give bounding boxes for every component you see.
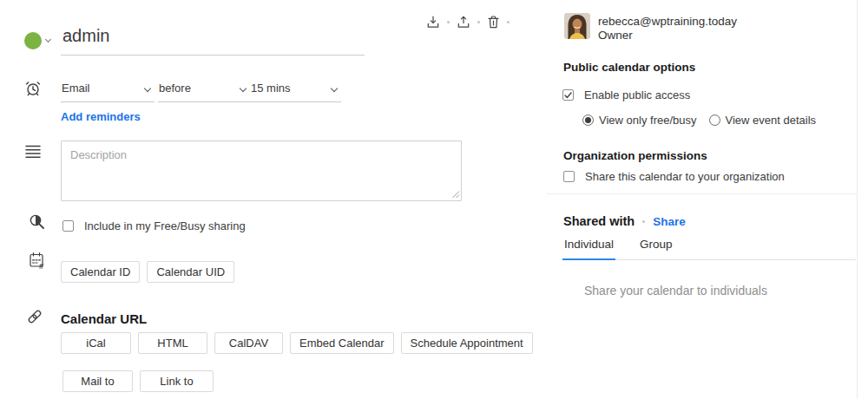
html-button[interactable]: HTML — [138, 332, 207, 354]
calendar-uid-button[interactable]: Calendar UID — [147, 261, 234, 283]
reminder-relation-select[interactable]: before — [158, 82, 250, 102]
public-options-heading: Public calendar options — [563, 61, 695, 74]
calendar-url-row2: Mail to Link to — [62, 370, 214, 392]
reminder-type-select[interactable]: Email — [61, 82, 155, 102]
section-divider — [547, 193, 857, 194]
calendar-url-heading: Calendar URL — [61, 311, 147, 326]
calendar-url-row1: iCal HTML CalDAV Embed Calendar Schedule… — [61, 332, 533, 354]
description-textarea[interactable] — [61, 141, 462, 201]
enable-public-access-row: Enable public access — [562, 88, 690, 101]
calendar-color-swatch[interactable] — [24, 32, 42, 49]
owner-email: rebecca@wptraining.today — [598, 15, 737, 29]
radio-option-freebusy: View only free/busy — [582, 114, 697, 127]
tab-group[interactable]: Group — [638, 238, 674, 259]
import-icon[interactable] — [427, 16, 439, 29]
export-icon[interactable] — [457, 16, 470, 29]
sharing-tabs: Individual Group — [562, 238, 856, 260]
freebusy-radio-label: View only free/busy — [599, 114, 697, 127]
embed-calendar-button[interactable]: Embed Calendar — [290, 332, 394, 354]
owner-avatar — [564, 13, 590, 39]
mail-to-button[interactable]: Mail to — [62, 370, 133, 392]
description-lines-icon — [25, 145, 41, 159]
alarm-clock-icon — [24, 80, 42, 97]
calendar-id-button[interactable]: Calendar ID — [61, 261, 140, 283]
calendar-name-input[interactable] — [61, 26, 365, 56]
freebusy-checkbox[interactable] — [62, 220, 74, 232]
freebusy-radio[interactable] — [582, 114, 594, 126]
freebusy-row: Include in my Free/Busy sharing — [62, 219, 246, 232]
chevron-down-icon — [144, 84, 151, 91]
dot-separator — [507, 21, 510, 23]
owner-info: rebecca@wptraining.today Owner — [598, 15, 737, 43]
panel-edge-line — [857, 0, 858, 399]
calendar-hash-icon: # — [29, 252, 47, 270]
link-to-button[interactable]: Link to — [140, 370, 214, 392]
calendar-settings-screen: Email before 15 mins Add reminders — [0, 0, 868, 399]
reminder-relation-value: before — [159, 82, 191, 95]
reminder-offset-select[interactable]: 15 mins — [250, 82, 341, 102]
reminder-offset-value: 15 mins — [251, 82, 291, 95]
owner-role: Owner — [598, 29, 737, 43]
identifier-buttons-row: Calendar ID Calendar UID — [61, 261, 234, 283]
svg-text:#: # — [39, 261, 44, 270]
dot-separator — [642, 220, 645, 223]
reminder-type-value: Email — [62, 82, 90, 95]
enable-public-access-label: Enable public access — [584, 88, 690, 101]
calendar-toolbar — [427, 16, 510, 29]
dot-separator — [447, 21, 450, 23]
enable-public-access-checkbox[interactable] — [562, 89, 574, 101]
chevron-down-icon — [240, 84, 247, 91]
share-link[interactable]: Share — [653, 215, 686, 228]
link-chain-icon — [26, 308, 43, 325]
dot-separator — [477, 21, 480, 23]
tab-individual[interactable]: Individual — [562, 238, 615, 260]
calendar-color-picker[interactable] — [24, 32, 50, 49]
visibility-radio-group: View only free/busy View event details — [582, 114, 816, 127]
caldav-button[interactable]: CalDAV — [214, 332, 283, 354]
schedule-appointment-button[interactable]: Schedule Appointment — [401, 332, 533, 354]
description-field-wrapper — [61, 141, 462, 201]
org-share-checkbox[interactable] — [563, 171, 575, 182]
freebusy-magnifier-icon — [29, 213, 45, 230]
shared-with-header: Shared with Share — [563, 214, 686, 228]
event-details-radio-label: View event details — [726, 114, 817, 127]
org-share-label: Share this calendar to your organization — [585, 170, 785, 183]
radio-option-details: View event details — [709, 114, 817, 127]
add-reminders-link[interactable]: Add reminders — [61, 110, 141, 123]
sharing-empty-message: Share your calendar to individuals — [584, 284, 767, 298]
chevron-down-icon — [331, 84, 338, 91]
freebusy-label: Include in my Free/Busy sharing — [84, 219, 246, 232]
event-details-radio[interactable] — [709, 114, 720, 126]
shared-with-heading: Shared with — [563, 214, 635, 228]
trash-icon[interactable] — [488, 16, 499, 29]
organization-permissions-heading: Organization permissions — [563, 149, 707, 162]
ical-button[interactable]: iCal — [61, 332, 131, 354]
org-share-row: Share this calendar to your organization — [563, 170, 785, 183]
chevron-down-icon — [45, 36, 51, 43]
